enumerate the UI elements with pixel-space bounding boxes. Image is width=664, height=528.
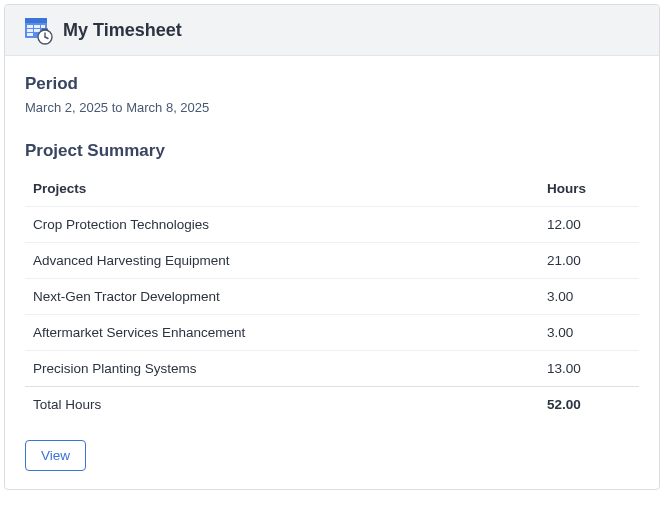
svg-rect-4 — [41, 25, 45, 28]
table-row: Aftermarket Services Enhancement 3.00 — [25, 315, 639, 351]
hours-cell: 12.00 — [539, 207, 639, 243]
hours-cell: 3.00 — [539, 315, 639, 351]
card-header: My Timesheet — [5, 5, 659, 56]
project-summary-table: Projects Hours Crop Protection Technolog… — [25, 171, 639, 422]
table-row: Advanced Harvesting Equipment 21.00 — [25, 243, 639, 279]
hours-cell: 13.00 — [539, 351, 639, 387]
svg-rect-9 — [42, 29, 48, 31]
hours-cell: 3.00 — [539, 279, 639, 315]
table-row: Crop Protection Technologies 12.00 — [25, 207, 639, 243]
table-row: Next-Gen Tractor Development 3.00 — [25, 279, 639, 315]
card-body: Period March 2, 2025 to March 8, 2025 Pr… — [5, 56, 659, 489]
project-cell: Crop Protection Technologies — [25, 207, 539, 243]
table-row: Precision Planting Systems 13.00 — [25, 351, 639, 387]
svg-rect-7 — [27, 33, 33, 36]
project-cell: Precision Planting Systems — [25, 351, 539, 387]
svg-rect-5 — [27, 29, 33, 32]
period-heading: Period — [25, 74, 639, 94]
hours-cell: 21.00 — [539, 243, 639, 279]
total-label: Total Hours — [25, 387, 539, 423]
col-projects: Projects — [25, 171, 539, 207]
timesheet-icon — [23, 15, 53, 45]
col-hours: Hours — [539, 171, 639, 207]
svg-rect-6 — [34, 29, 40, 32]
period-text: March 2, 2025 to March 8, 2025 — [25, 100, 639, 115]
view-button[interactable]: View — [25, 440, 86, 471]
timesheet-card: My Timesheet Period March 2, 2025 to Mar… — [4, 4, 660, 490]
card-title: My Timesheet — [63, 20, 182, 41]
svg-rect-3 — [34, 25, 40, 28]
summary-heading: Project Summary — [25, 141, 639, 161]
svg-rect-1 — [25, 18, 47, 23]
project-cell: Advanced Harvesting Equipment — [25, 243, 539, 279]
project-cell: Aftermarket Services Enhancement — [25, 315, 539, 351]
total-hours: 52.00 — [539, 387, 639, 423]
total-row: Total Hours 52.00 — [25, 387, 639, 423]
project-cell: Next-Gen Tractor Development — [25, 279, 539, 315]
svg-rect-2 — [27, 25, 33, 28]
